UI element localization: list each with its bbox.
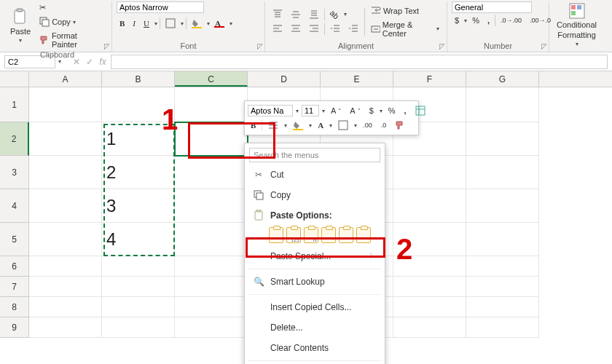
mini-format-painter-button[interactable] xyxy=(392,119,408,132)
align-bottom-button[interactable] xyxy=(306,8,322,21)
percent-button[interactable]: % xyxy=(469,15,482,26)
font-name-selector[interactable] xyxy=(117,1,204,13)
paste-option-values[interactable]: 123 xyxy=(286,227,301,243)
comma-button[interactable]: , xyxy=(484,15,493,26)
mini-bold-button[interactable]: B xyxy=(248,119,259,131)
row-5[interactable]: 5 xyxy=(0,223,29,256)
mini-currency-button[interactable]: $ xyxy=(366,105,377,116)
cell[interactable] xyxy=(29,156,102,189)
cell[interactable] xyxy=(466,87,539,122)
cell[interactable] xyxy=(29,297,102,317)
paste-option-all[interactable] xyxy=(269,227,283,243)
cell-B4[interactable]: 3 xyxy=(102,189,175,223)
cell[interactable] xyxy=(29,122,102,156)
cell[interactable] xyxy=(393,317,466,338)
cell[interactable] xyxy=(466,277,539,297)
paste-option-formatting[interactable] xyxy=(339,227,353,243)
cell[interactable] xyxy=(29,277,102,297)
cell[interactable] xyxy=(466,256,539,277)
paste-button[interactable]: Paste ▾ xyxy=(7,7,34,45)
cell-B5[interactable]: 4 xyxy=(102,223,175,256)
cell[interactable] xyxy=(175,256,248,277)
mini-comma-button[interactable]: , xyxy=(401,105,409,116)
decrease-indent-button[interactable] xyxy=(327,23,343,36)
mini-align-button[interactable] xyxy=(265,119,281,132)
select-all-corner[interactable] xyxy=(0,71,29,87)
row-8[interactable]: 8 xyxy=(0,297,29,317)
mini-fill-button[interactable] xyxy=(290,119,306,132)
cell[interactable] xyxy=(466,156,539,189)
cell[interactable] xyxy=(102,277,175,297)
cell[interactable] xyxy=(29,256,102,277)
cell[interactable] xyxy=(175,277,248,297)
row-1[interactable]: 1 xyxy=(0,87,29,122)
cell[interactable] xyxy=(102,87,175,122)
mini-table-button[interactable] xyxy=(412,104,428,117)
ctx-delete[interactable]: Delete... xyxy=(247,317,382,338)
font-color-button[interactable]: A xyxy=(212,16,227,31)
clipboard-launcher-icon[interactable]: ◸ xyxy=(104,42,110,50)
decrease-font-icon[interactable]: A˅ xyxy=(347,105,363,116)
cell[interactable] xyxy=(175,297,248,317)
increase-font-icon[interactable]: A˄ xyxy=(328,105,344,116)
cell[interactable] xyxy=(29,223,102,256)
conditional-formatting-button[interactable]: Conditional Formatting▾ xyxy=(554,1,600,49)
cell[interactable] xyxy=(466,189,539,223)
row-4[interactable]: 4 xyxy=(0,189,29,223)
ctx-clear-contents[interactable]: Clear Contents xyxy=(247,338,382,358)
cell[interactable] xyxy=(175,87,248,122)
font-launcher-icon[interactable]: ◸ xyxy=(257,42,263,50)
currency-button[interactable]: $ xyxy=(452,15,462,26)
col-A[interactable]: A xyxy=(29,71,102,87)
cell[interactable] xyxy=(393,156,466,189)
alignment-launcher-icon[interactable]: ◸ xyxy=(439,42,445,50)
increase-indent-button[interactable] xyxy=(345,23,361,36)
paste-option-formulas[interactable]: fx xyxy=(304,227,318,243)
menu-search-input[interactable]: Search the menus xyxy=(249,148,380,162)
borders-button[interactable] xyxy=(162,17,178,30)
orientation-button[interactable]: ab xyxy=(327,9,342,20)
cell[interactable] xyxy=(393,256,466,277)
fill-color-button[interactable] xyxy=(189,17,205,30)
mini-font-selector[interactable] xyxy=(248,105,293,116)
cut-button[interactable]: ✂ xyxy=(36,1,107,14)
format-painter-button[interactable]: Format Painter xyxy=(36,30,107,50)
cell[interactable] xyxy=(102,317,175,338)
cell-B3[interactable]: 2 xyxy=(102,156,175,189)
ctx-cut[interactable]: ✂ Cut xyxy=(247,165,382,185)
ctx-smart-lookup[interactable]: 🔍 Smart Lookup xyxy=(247,272,382,292)
wrap-text-button[interactable]: Wrap Text xyxy=(368,4,442,17)
row-3[interactable]: 3 xyxy=(0,156,29,189)
row-2[interactable]: 2 xyxy=(0,122,29,156)
row-7[interactable]: 7 xyxy=(0,277,29,297)
formula-input[interactable] xyxy=(111,55,608,69)
row-9[interactable]: 9 xyxy=(0,317,29,338)
align-middle-button[interactable] xyxy=(288,8,304,21)
col-B[interactable]: B xyxy=(102,71,175,87)
cell[interactable] xyxy=(466,317,539,338)
number-format-selector[interactable] xyxy=(452,1,532,13)
bold-button[interactable]: B xyxy=(117,17,128,29)
cell[interactable] xyxy=(102,297,175,317)
cell-C2-active[interactable] xyxy=(175,122,248,156)
cell[interactable] xyxy=(466,122,539,156)
col-F[interactable]: F xyxy=(393,71,466,87)
align-center-button[interactable] xyxy=(288,23,304,36)
cell[interactable] xyxy=(175,223,248,256)
col-G[interactable]: G xyxy=(466,71,539,87)
cell[interactable] xyxy=(175,189,248,223)
cell[interactable] xyxy=(393,277,466,297)
underline-button[interactable]: U xyxy=(141,17,152,29)
align-right-button[interactable] xyxy=(306,23,322,36)
mini-percent-button[interactable]: % xyxy=(385,105,399,116)
copy-button[interactable]: Copy ▾ xyxy=(36,15,107,28)
cell[interactable] xyxy=(393,223,466,256)
paste-option-link[interactable] xyxy=(356,227,371,243)
row-6[interactable]: 6 xyxy=(0,256,29,277)
cell-B2[interactable]: 1 xyxy=(102,122,175,156)
cell[interactable] xyxy=(466,297,539,317)
cell[interactable] xyxy=(29,189,102,223)
mini-border-button[interactable] xyxy=(335,119,351,132)
cell[interactable] xyxy=(393,189,466,223)
cell[interactable] xyxy=(393,297,466,317)
